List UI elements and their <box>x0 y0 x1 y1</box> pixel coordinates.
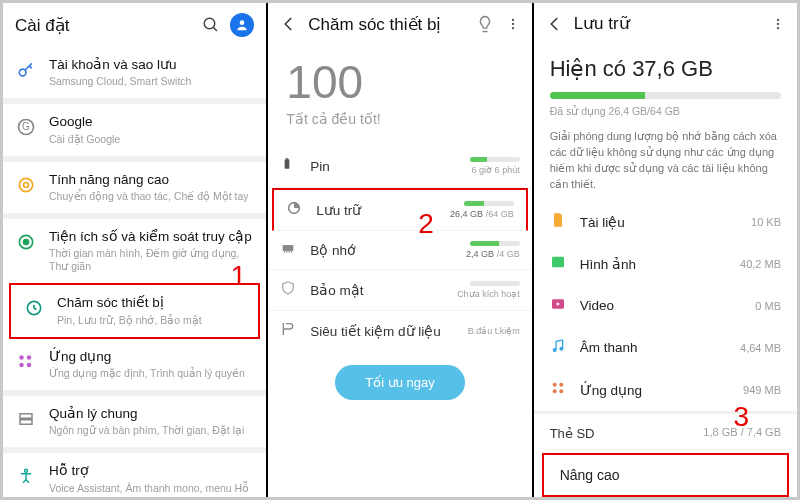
item-general[interactable]: Quản lý chungNgôn ngữ và bàn phím, Thời … <box>3 396 266 447</box>
svg-rect-16 <box>20 420 32 425</box>
step-marker: 2 <box>418 208 434 240</box>
item-accessibility[interactable]: Hỗ trợVoice Assistant, Âm thanh mono, me… <box>3 453 266 497</box>
item-title: Tài khoản và sao lưu <box>49 57 254 73</box>
item-sub: Pin, Lưu trữ, Bộ nhớ, Bảo mật <box>57 314 246 327</box>
row-memory[interactable]: Bộ nhớ 2,4 GB /4 GB <box>268 231 531 270</box>
device-care-panel: Chăm sóc thiết bị 100 Tất cả đều tốt! 2 … <box>268 3 533 497</box>
storage-bar <box>550 92 781 99</box>
audio-icon <box>550 338 568 358</box>
svg-rect-32 <box>552 256 564 267</box>
item-title: Hỗ trợ <box>49 463 254 479</box>
item-digital-wellbeing[interactable]: Tiện ích số và kiểm soát truy cậpThời gi… <box>3 219 266 283</box>
row-label: Bộ nhớ <box>310 242 454 258</box>
wellbeing-icon <box>15 231 37 253</box>
item-device-care[interactable]: Chăm sóc thiết bịPin, Lưu trữ, Bộ nhớ, B… <box>9 283 260 338</box>
item-apps[interactable]: Ứng dụngỨng dụng mặc định, Trình quản lý… <box>3 339 266 390</box>
item-title: Ứng dụng <box>49 349 254 365</box>
page-title: Chăm sóc thiết bị <box>308 14 463 35</box>
storage-summary: Hiện có 37,6 GB Đã sử dụng 26,4 GB/64 GB <box>534 44 797 125</box>
key-icon <box>15 59 37 81</box>
svg-rect-21 <box>285 159 290 168</box>
item-sub: Cài đặt Google <box>49 133 254 146</box>
header: Chăm sóc thiết bị <box>268 3 531 45</box>
item-sub: Ứng dụng mặc định, Trình quản lý quyền <box>49 367 254 380</box>
row-battery[interactable]: Pin 6 giờ 6 phút <box>268 145 531 188</box>
svg-point-12 <box>27 355 32 360</box>
accessibility-icon <box>15 465 37 487</box>
advanced-icon <box>15 174 37 196</box>
general-icon <box>15 408 37 430</box>
cat-video[interactable]: Video0 MB <box>534 285 797 327</box>
item-sub: Voice Assistant, Âm thanh mono, menu Hỗ … <box>49 482 254 498</box>
svg-point-36 <box>552 382 556 386</box>
cat-apps[interactable]: Ứng dụng949 MB <box>534 369 797 411</box>
row-label: Bảo mật <box>310 282 445 298</box>
back-icon[interactable] <box>546 15 564 33</box>
document-icon <box>550 212 568 232</box>
svg-point-30 <box>777 22 779 24</box>
shield-icon <box>280 280 298 300</box>
svg-point-2 <box>240 20 245 25</box>
svg-point-31 <box>777 26 779 28</box>
cat-images[interactable]: Hình ảnh40,2 MB <box>534 243 797 285</box>
sd-card-row[interactable]: Thẻ SD 1,8 GB / 7,4 GB <box>534 414 797 449</box>
back-icon[interactable] <box>280 15 298 33</box>
item-advanced-features[interactable]: Tính năng nâng caoChuyển động và thao tá… <box>3 162 266 213</box>
svg-point-14 <box>27 362 32 367</box>
more-icon[interactable] <box>506 15 520 33</box>
svg-point-34 <box>553 348 556 351</box>
optimize-button[interactable]: Tối ưu ngay <box>335 365 464 400</box>
svg-rect-22 <box>286 158 288 159</box>
device-care-icon <box>23 297 45 319</box>
row-meta: B.đầu t.kiệm <box>468 326 520 336</box>
row-meta: 6 giờ 6 phút <box>472 165 520 175</box>
svg-rect-26 <box>287 251 288 253</box>
svg-rect-24 <box>283 245 294 251</box>
sd-label: Thẻ SD <box>550 426 595 441</box>
row-storage[interactable]: Lưu trữ 26,4 GB /64 GB <box>272 188 527 231</box>
score-sub: Tất cả đều tốt! <box>286 111 513 127</box>
svg-line-1 <box>214 27 218 31</box>
apps-icon <box>550 380 568 400</box>
row-data-saver[interactable]: Siêu tiết kiệm dữ liệu B.đầu t.kiệm <box>268 311 531 351</box>
row-label: Pin <box>310 159 457 174</box>
svg-rect-15 <box>20 414 32 419</box>
item-title: Quản lý chung <box>49 406 254 422</box>
item-title: Chăm sóc thiết bị <box>57 295 246 311</box>
item-title: Tính năng nâng cao <box>49 172 254 188</box>
svg-point-13 <box>19 362 24 367</box>
used-storage: Đã sử dụng 26,4 GB/64 GB <box>550 105 781 117</box>
apps-icon <box>15 351 37 373</box>
video-icon <box>550 296 568 316</box>
svg-rect-27 <box>289 251 290 253</box>
more-icon[interactable] <box>771 15 785 33</box>
svg-text:G: G <box>22 122 30 133</box>
storage-icon <box>286 200 304 220</box>
cat-audio[interactable]: Âm thanh4,64 MB <box>534 327 797 369</box>
data-saver-icon <box>280 321 298 341</box>
item-sub: Thời gian màn hình, Đếm giờ ứng dụng, Th… <box>49 247 254 273</box>
advanced-row[interactable]: Nâng cao <box>542 453 789 497</box>
storage-panel: Lưu trữ Hiện có 37,6 GB Đã sử dụng 26,4 … <box>534 3 797 497</box>
svg-point-39 <box>559 389 563 393</box>
cat-documents[interactable]: Tài liệu10 KB <box>534 201 797 243</box>
svg-point-6 <box>19 178 32 191</box>
tips-icon[interactable] <box>474 13 496 35</box>
svg-point-0 <box>205 18 216 29</box>
svg-point-38 <box>552 389 556 393</box>
page-title: Lưu trữ <box>574 13 761 34</box>
search-icon[interactable] <box>202 16 220 34</box>
category-list: Tài liệu10 KB Hình ảnh40,2 MB Video0 MB … <box>534 201 797 411</box>
item-title: Google <box>49 114 254 130</box>
storage-desc: Giải phóng dung lượng bộ nhớ bằng cách x… <box>534 125 797 201</box>
item-google[interactable]: G GoogleCài đặt Google <box>3 104 266 155</box>
row-meta: Chưa kích hoạt <box>457 289 520 299</box>
item-accounts[interactable]: Tài khoản và sao lưuSamsung Cloud, Smart… <box>3 47 266 98</box>
row-security[interactable]: Bảo mật Chưa kích hoạt <box>268 270 531 311</box>
svg-rect-28 <box>291 251 292 253</box>
available-storage: Hiện có 37,6 GB <box>550 56 781 82</box>
step-marker: 3 <box>733 401 749 433</box>
item-sub: Samsung Cloud, Smart Switch <box>49 75 254 88</box>
profile-avatar[interactable] <box>230 13 254 37</box>
care-list: Pin 6 giờ 6 phút Lưu trữ 26,4 GB /64 GB … <box>268 145 531 351</box>
